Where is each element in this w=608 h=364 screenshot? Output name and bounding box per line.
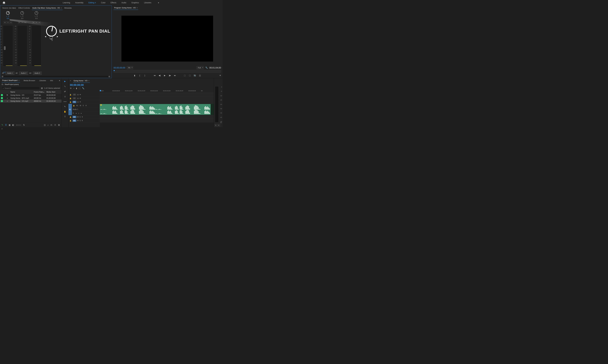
settings-icon[interactable]: 🔧 xyxy=(82,87,84,89)
tab-program[interactable]: Program: Going Home - VO≡ xyxy=(114,6,138,10)
selection-tool-icon[interactable]: ▶ xyxy=(63,79,67,83)
tab-sequence[interactable]: Going Home - VO≡ xyxy=(73,79,90,83)
col-name[interactable]: Name xyxy=(11,91,34,93)
program-timecode[interactable]: 00;00;00;00 xyxy=(114,66,125,69)
tab-info[interactable]: Info xyxy=(50,79,54,82)
marker-icon[interactable]: ▮ xyxy=(76,87,77,89)
tab-audio-clip-mixer[interactable]: Audio Clip Mixer: Going Home - VO≡ xyxy=(32,6,63,10)
track-select-tool-icon[interactable]: ⤡ xyxy=(63,85,67,88)
pan-value[interactable]: 0.0 xyxy=(35,18,38,19)
track-a2[interactable] xyxy=(100,115,214,119)
workspace-overflow-icon[interactable]: » xyxy=(157,0,160,5)
mixer-scrollbar[interactable] xyxy=(2,76,110,77)
list-view-icon[interactable]: ☰ xyxy=(5,124,7,126)
pen-tool-icon[interactable]: ✎ xyxy=(63,105,67,108)
step-forward-icon[interactable]: |▶ xyxy=(168,74,172,77)
track-name-input[interactable]: Audio 2 xyxy=(19,72,28,75)
project-row[interactable]: ⧉ Going Home - VO 29.97 fps 00;00;00;00 xyxy=(0,93,62,97)
voice-icon[interactable]: 🎙 xyxy=(81,120,83,121)
mark-in-icon[interactable]: ▮ xyxy=(133,74,136,77)
settings-wrench-icon[interactable]: 🔧 xyxy=(205,67,208,69)
tab-source[interactable]: Source: (no clips) xyxy=(2,6,17,10)
workspace-assembly[interactable]: Assembly xyxy=(73,0,86,5)
fader-handle[interactable] xyxy=(4,46,6,50)
home-icon[interactable] xyxy=(1,0,7,5)
voice-icon[interactable]: 🎙 xyxy=(85,105,87,106)
audio-clip[interactable]: fx xyxy=(100,104,211,115)
new-bin-icon[interactable]: 🗀 xyxy=(51,124,53,126)
tab-effect-controls[interactable]: Effect Controls xyxy=(18,6,30,10)
playhead-icon[interactable] xyxy=(114,70,115,71)
snap-icon[interactable]: ❊ xyxy=(70,87,72,89)
write-button[interactable]: O xyxy=(24,21,27,24)
pen-icon[interactable]: ✎ xyxy=(1,124,3,126)
write-button[interactable]: O xyxy=(38,21,41,24)
camera-icon[interactable]: 📷 xyxy=(193,74,197,77)
go-to-in-icon[interactable]: ⏮ xyxy=(153,74,156,77)
project-row[interactable]: ♫ Going Home - SFX.mp3 44100 Hz 01;00;00… xyxy=(0,97,62,100)
track-name-input[interactable]: Audio 3 xyxy=(33,72,42,75)
freeform-view-icon[interactable]: ◧ xyxy=(12,124,14,126)
track-header-a1[interactable]: A1 🔒A1MS🎙 Audio 1 0.◂◇▸ xyxy=(68,104,100,115)
time-ruler[interactable]: ;00;0000;00;08;0000;00;16;0000;00;24;000… xyxy=(100,90,214,93)
solo-right[interactable]: S xyxy=(217,124,220,127)
icon-view-icon[interactable]: ▦ xyxy=(9,124,11,126)
tab-libraries[interactable]: Libraries xyxy=(39,79,47,82)
solo-button[interactable]: S xyxy=(35,21,38,24)
pan-dial-icon[interactable] xyxy=(20,11,24,15)
track-a1[interactable]: fx xyxy=(100,104,214,115)
workspace-editing[interactable]: Editing ≡ xyxy=(86,0,98,5)
voice-icon[interactable]: 🎙 xyxy=(81,116,83,118)
label-swatch[interactable] xyxy=(1,100,3,102)
play-icon[interactable]: ▶ xyxy=(163,74,167,77)
search-input[interactable] xyxy=(4,87,39,89)
track-header-a2[interactable]: 🔒A2MS🎙 xyxy=(68,115,100,119)
quality-dropdown[interactable]: Full xyxy=(197,66,204,69)
extract-icon[interactable]: ⬚ xyxy=(188,74,192,77)
trash-icon[interactable]: 🗑 xyxy=(58,124,60,126)
open-brace-icon[interactable]: { xyxy=(138,74,142,77)
automate-icon[interactable]: ◫ xyxy=(44,124,46,126)
project-row[interactable]: ♫ Going Home - VO.mp3 48000 Hz 01;00;03;… xyxy=(0,100,62,103)
add-button-icon[interactable]: + xyxy=(219,74,221,77)
track-v1[interactable] xyxy=(100,100,214,104)
track-v2[interactable] xyxy=(100,96,214,100)
close-brace-icon[interactable]: } xyxy=(143,74,147,77)
hand-tool-icon[interactable]: ✋ xyxy=(63,110,67,113)
track-name-input[interactable]: Audio 1 xyxy=(6,72,14,75)
mute-button[interactable]: M xyxy=(4,21,6,24)
ripple-tool-icon[interactable]: ⇄ xyxy=(63,90,67,93)
zoom-fit-dropdown[interactable]: Fit xyxy=(127,66,133,69)
lock-icon[interactable]: 🔒 xyxy=(69,116,72,118)
pan-value[interactable]: 6.0 xyxy=(7,18,9,19)
find-icon[interactable]: ⌕ xyxy=(48,124,49,126)
workspace-effects[interactable]: Effects xyxy=(108,0,118,5)
new-item-icon[interactable]: 🗋 xyxy=(54,124,56,126)
label-swatch[interactable] xyxy=(1,94,3,96)
playhead-icon[interactable] xyxy=(100,90,101,91)
lock-icon[interactable]: 🔒 xyxy=(69,120,72,121)
timeline-timecode[interactable]: 00;00;00;00 xyxy=(70,84,212,87)
slip-tool-icon[interactable]: ⟷ xyxy=(63,100,67,103)
lock-icon[interactable]: 🔒 xyxy=(69,94,72,96)
tab-project[interactable]: Project: NewProject≡ xyxy=(1,78,20,82)
workspace-libraries[interactable]: Libraries xyxy=(142,0,154,5)
workspace-learning[interactable]: Learning xyxy=(60,0,72,5)
track-v3[interactable] xyxy=(100,93,214,96)
solo-button[interactable]: S xyxy=(7,21,9,24)
label-swatch[interactable] xyxy=(1,97,3,99)
track-id[interactable]: A2 xyxy=(15,72,18,74)
filter-icon[interactable]: ▤ xyxy=(41,87,43,89)
program-ruler[interactable] xyxy=(114,70,221,73)
compare-icon[interactable]: ◫ xyxy=(198,74,202,77)
col-media-start[interactable]: Media Start xyxy=(46,91,61,93)
lock-icon[interactable]: 🔒 xyxy=(73,105,75,106)
tab-media-browser[interactable]: Media Browser xyxy=(23,79,36,82)
insert-icon[interactable]: ⬚ xyxy=(79,87,81,89)
tab-metadata[interactable]: Metadata xyxy=(64,6,72,10)
solo-left[interactable]: S xyxy=(215,124,217,127)
type-tool-icon[interactable]: T xyxy=(63,115,67,118)
track-header-v1[interactable]: 🔒V1⊟👁 xyxy=(68,100,100,104)
pan-value[interactable]: 0.0 xyxy=(21,18,23,19)
sort-icon[interactable]: ⇅ xyxy=(23,124,25,126)
